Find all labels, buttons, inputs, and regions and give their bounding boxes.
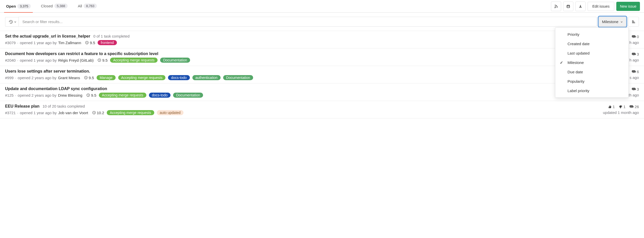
- sort-option-due-date[interactable]: Due date: [555, 67, 628, 77]
- issue-opened: opened 2 years ago by: [18, 93, 57, 97]
- issue-label[interactable]: frontend: [98, 40, 117, 45]
- issue-opened: opened 2 years ago by: [18, 76, 57, 80]
- issue-label[interactable]: Accepting merge requests: [99, 93, 146, 98]
- svg-rect-1: [632, 21, 634, 21]
- tab-closed-label: Closed: [41, 4, 53, 8]
- issue-title[interactable]: Set the actual upgrade_url in license_he…: [5, 34, 90, 39]
- sort-option-label-priority[interactable]: Label priority: [555, 86, 628, 95]
- state-tabs: Open 3,375 Closed 5,388 All 8,763: [4, 0, 99, 12]
- issue-updated: h ago: [629, 58, 639, 62]
- issue-updated: s ago: [630, 75, 639, 80]
- sort-option-created-date[interactable]: Created date: [555, 39, 628, 48]
- issue-author[interactable]: Job van der Voort: [58, 111, 88, 115]
- issue-author[interactable]: Drew Blessing: [58, 93, 82, 97]
- issue-opened: opened 1 year ago by: [20, 41, 57, 45]
- comments-icon: [632, 88, 636, 91]
- issue-milestone[interactable]: 9.5: [84, 76, 94, 80]
- tabs-bar: Open 3,375 Closed 5,388 All 8,763 Edit i: [0, 0, 644, 13]
- issue-label[interactable]: Accepting merge requests: [107, 110, 154, 115]
- rss-button[interactable]: [551, 2, 561, 11]
- issue-title[interactable]: Update and documentation LDAP sync confi…: [5, 87, 107, 91]
- issue-stats: 1 1 26: [608, 105, 639, 109]
- issue-title[interactable]: Users lose settings after server termina…: [5, 69, 90, 74]
- sort-dropdown-menu: PriorityCreated dateLast updatedMileston…: [555, 27, 629, 98]
- issue-milestone[interactable]: 9.5: [86, 93, 96, 97]
- issue-title[interactable]: EEU Release plan: [5, 104, 39, 109]
- svg-rect-3: [632, 23, 635, 23]
- edit-issues-button[interactable]: Edit issues: [588, 2, 615, 11]
- sort-option-milestone[interactable]: Milestone: [555, 58, 628, 67]
- thumbs-down-count[interactable]: 1: [619, 105, 625, 109]
- actions-group: Edit issues New issue: [551, 2, 640, 11]
- issue-label[interactable]: Documentation: [223, 75, 253, 80]
- thumbs-up-count[interactable]: 1: [608, 105, 615, 109]
- issue-label[interactable]: auto updated: [157, 110, 184, 115]
- issue-ref[interactable]: #2040: [5, 58, 16, 62]
- issue-row: Users lose settings after server termina…: [0, 66, 644, 83]
- sort-direction-button[interactable]: [628, 17, 639, 27]
- issue-title[interactable]: Document how developers can restrict a f…: [5, 52, 158, 56]
- thumbs-up-icon: [608, 105, 612, 109]
- tab-closed[interactable]: Closed 5,388: [39, 0, 70, 12]
- sort-option-last-updated[interactable]: Last updated: [555, 48, 628, 58]
- issue-label[interactable]: Accepting merge requests: [110, 58, 158, 63]
- issue-row: Document how developers can restrict a f…: [0, 48, 644, 66]
- tab-open[interactable]: Open 3,375: [4, 0, 33, 13]
- issue-updated: h ago: [629, 40, 639, 45]
- calendar-button[interactable]: [563, 2, 573, 11]
- clock-icon: [84, 76, 88, 79]
- issue-opened: opened 1 year ago by: [20, 111, 57, 115]
- sort-label: Milestone: [602, 20, 618, 24]
- sort-dropdown-button[interactable]: Milestone: [599, 17, 626, 27]
- issue-milestone[interactable]: 9.5: [98, 58, 108, 62]
- sort-option-priority[interactable]: Priority: [555, 30, 628, 39]
- chevron-down-icon: [14, 21, 17, 23]
- issue-label[interactable]: authentication: [192, 75, 221, 80]
- comments-count[interactable]: 6: [632, 70, 639, 74]
- issue-meta: #2040 · opened 1 year ago by Régis Freyd…: [5, 58, 623, 63]
- comments-icon: [632, 35, 636, 39]
- comments-count[interactable]: 0: [632, 35, 639, 39]
- calendar-icon: [566, 4, 570, 8]
- tab-open-count: 3,375: [17, 4, 31, 9]
- issue-stats: 6: [632, 70, 639, 74]
- issue-milestone[interactable]: 10.2: [92, 111, 104, 115]
- issue-label[interactable]: Documentation: [173, 93, 203, 98]
- clock-icon: [85, 41, 89, 44]
- issue-author[interactable]: Grant Means: [58, 76, 80, 80]
- issue-label[interactable]: Accepting merge requests: [118, 75, 166, 80]
- history-dropdown[interactable]: [5, 17, 19, 27]
- issue-ref[interactable]: #3079: [5, 41, 16, 45]
- issue-meta: #999 · opened 2 years ago by Grant Means…: [5, 75, 623, 80]
- tab-all[interactable]: All 8,763: [76, 0, 99, 12]
- new-issue-button[interactable]: New issue: [616, 2, 640, 11]
- issue-meta: #125 · opened 2 years ago by Drew Blessi…: [5, 93, 597, 98]
- issue-updated: updated 1 month ago: [603, 110, 639, 115]
- search-input[interactable]: [19, 17, 597, 27]
- issue-label[interactable]: docs-todo: [149, 93, 171, 98]
- issue-label[interactable]: Manage: [97, 75, 116, 80]
- issue-milestone[interactable]: 9.5: [85, 41, 95, 45]
- issue-label[interactable]: docs-todo: [168, 75, 190, 80]
- issue-author[interactable]: Tim Zallmann: [58, 41, 81, 45]
- export-button[interactable]: [575, 2, 586, 11]
- issue-row: EEU Release plan10 of 20 tasks completed…: [0, 101, 644, 118]
- download-icon: [579, 4, 582, 8]
- sort-option-popularity[interactable]: Popularity: [555, 77, 628, 86]
- issue-ref[interactable]: #3721: [5, 111, 16, 115]
- comments-count[interactable]: 3: [632, 52, 639, 56]
- issue-stats: 3: [632, 87, 639, 91]
- issue-label[interactable]: Documentation: [160, 58, 190, 63]
- issue-ref[interactable]: #999: [5, 76, 13, 80]
- svg-rect-0: [567, 5, 570, 8]
- issue-stats: 3: [632, 52, 639, 56]
- task-progress: 0 of 1 task completed: [93, 34, 130, 38]
- issue-ref[interactable]: #125: [5, 93, 13, 97]
- chevron-down-icon: [620, 21, 623, 23]
- comments-count[interactable]: 26: [630, 105, 639, 109]
- comments-count[interactable]: 3: [632, 87, 639, 91]
- issue-meta: #3079 · opened 1 year ago by Tim Zallman…: [5, 40, 623, 45]
- issue-author[interactable]: Régis Freyd (GitLab): [58, 58, 94, 62]
- svg-rect-2: [632, 22, 634, 22]
- issue-opened: opened 1 year ago by: [20, 58, 57, 62]
